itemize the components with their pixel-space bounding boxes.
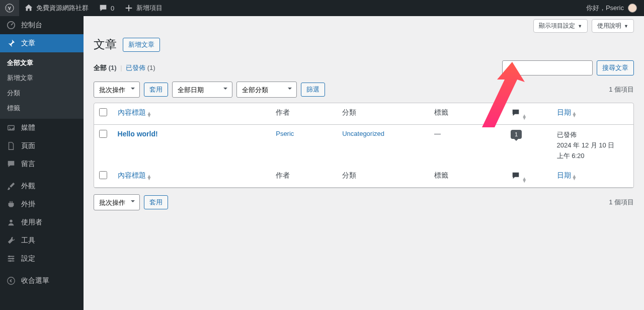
row-checkbox[interactable]: [99, 130, 107, 138]
svg-point-5: [9, 256, 11, 258]
category-filter-select[interactable]: 全部分類: [236, 82, 297, 98]
sidebar-sub-tags[interactable]: 標籤: [0, 101, 84, 116]
sort-icon: ▲▼: [147, 175, 152, 180]
sort-icon: ▲▼: [147, 112, 152, 117]
filter-published[interactable]: 已發佈 (1): [126, 64, 155, 71]
greeting: 你好，Pseric: [586, 4, 624, 13]
site-name-link[interactable]: 免費資源網路社群: [19, 0, 94, 16]
bulk-action-select-bottom[interactable]: 批次操作: [94, 194, 140, 210]
sidebar-sub-new-post[interactable]: 新增文章: [0, 70, 84, 86]
column-date[interactable]: 日期▲▼: [552, 103, 633, 125]
caret-down-icon: ▼: [578, 24, 582, 29]
help-tab[interactable]: 使用說明▼: [592, 19, 634, 33]
page-title: 文章: [94, 37, 117, 52]
comment-icon: [511, 108, 521, 117]
new-item-link[interactable]: 新增項目: [119, 0, 168, 16]
brush-icon: [6, 181, 16, 191]
column-title[interactable]: 內容標題▲▼: [113, 103, 271, 125]
sidebar-tools[interactable]: 工具: [0, 231, 84, 250]
comments-link[interactable]: 0: [94, 0, 119, 16]
column-date-foot[interactable]: 日期▲▼: [552, 166, 633, 188]
filter-all[interactable]: 全部 (1): [94, 64, 117, 71]
sidebar-collapse[interactable]: 收合選單: [0, 272, 84, 290]
page-icon: [6, 141, 16, 151]
sort-icon: ▲▼: [522, 114, 527, 119]
sidebar-pages[interactable]: 頁面: [0, 137, 84, 155]
column-tags-foot: 標籤: [429, 166, 506, 188]
sidebar-posts-submenu: 全部文章 新增文章 分類 標籤: [0, 52, 84, 119]
column-categories: 分類: [337, 103, 429, 125]
date-filter-select[interactable]: 全部日期: [172, 82, 232, 98]
sidebar-posts[interactable]: 文章: [0, 34, 84, 52]
select-all-bottom[interactable]: [99, 171, 107, 179]
wordpress-icon: [5, 4, 14, 13]
add-new-button[interactable]: 新增文章: [123, 38, 160, 52]
search-input[interactable]: [502, 60, 593, 75]
posts-table: 內容標題▲▼ 作者 分類 標籤 ▲▼ 日期▲▼ Hello world! Pse…: [94, 103, 634, 188]
table-row: Hello world! Pseric Uncategorized — 1 已發…: [94, 125, 633, 166]
svg-point-7: [9, 260, 11, 262]
comments-count: 0: [111, 5, 114, 12]
svg-point-4: [10, 220, 12, 222]
site-name: 免費資源網路社群: [36, 4, 89, 13]
column-comments[interactable]: ▲▼: [506, 103, 551, 125]
column-author: 作者: [271, 103, 337, 125]
column-comments-foot[interactable]: ▲▼: [506, 166, 551, 188]
sidebar-users-label: 使用者: [21, 218, 42, 227]
search-button[interactable]: 搜尋文章: [597, 60, 634, 75]
sidebar-appearance[interactable]: 外觀: [0, 177, 84, 195]
sidebar-comments-label: 留言: [21, 160, 35, 169]
post-author-link[interactable]: Pseric: [276, 130, 294, 137]
filter-button[interactable]: 篩選: [301, 83, 325, 97]
sidebar-pages-label: 頁面: [21, 141, 35, 150]
sliders-icon: [6, 254, 16, 264]
post-date: 已發佈 2024 年 12 月 10 日 上午 6:20: [552, 125, 633, 166]
svg-point-6: [12, 258, 14, 260]
column-title-foot[interactable]: 內容標題▲▼: [113, 166, 271, 188]
sort-icon: ▲▼: [572, 175, 577, 180]
admin-bar: 免費資源網路社群 0 新增項目 你好，Pseric: [0, 0, 644, 16]
sidebar-sub-all-posts[interactable]: 全部文章: [0, 55, 84, 70]
svg-point-3: [9, 127, 10, 128]
main-content: 顯示項目設定▼ 使用說明▼ 文章 新增文章 全部 (1) | 已發佈 (1) 搜…: [84, 16, 644, 310]
sidebar-collapse-label: 收合選單: [21, 276, 49, 285]
svg-point-8: [8, 277, 15, 284]
plus-icon: [124, 4, 133, 13]
plugin-icon: [6, 199, 16, 209]
sidebar-plugins[interactable]: 外掛: [0, 195, 84, 213]
admin-sidebar: 控制台 文章 全部文章 新增文章 分類 標籤 媒體 頁面 留言 外觀 外掛 使用…: [0, 16, 84, 310]
new-item-label: 新增項目: [136, 4, 163, 13]
apply-button-top[interactable]: 套用: [144, 83, 168, 97]
sidebar-tools-label: 工具: [21, 236, 35, 245]
comment-icon: [6, 159, 16, 169]
sidebar-media[interactable]: 媒體: [0, 119, 84, 137]
item-count-top: 1 個項目: [609, 85, 634, 94]
screen-meta: 顯示項目設定▼ 使用說明▼: [94, 16, 634, 33]
admin-bar-left: 免費資源網路社群 0 新增項目: [0, 0, 168, 16]
sidebar-users[interactable]: 使用者: [0, 213, 84, 231]
sidebar-comments[interactable]: 留言: [0, 155, 84, 173]
comment-count-bubble[interactable]: 1: [511, 130, 522, 139]
sort-icon: ▲▼: [522, 177, 527, 182]
sidebar-appearance-label: 外觀: [21, 182, 35, 191]
select-all-top[interactable]: [99, 108, 107, 116]
column-tags: 標籤: [429, 103, 506, 125]
status-filters: 全部 (1) | 已發佈 (1): [94, 63, 155, 72]
media-icon: [6, 123, 16, 133]
column-author-foot: 作者: [271, 166, 337, 188]
apply-button-bottom[interactable]: 套用: [144, 195, 168, 209]
screen-options-tab[interactable]: 顯示項目設定▼: [533, 19, 588, 33]
post-tags: —: [429, 125, 506, 166]
sidebar-settings[interactable]: 設定: [0, 250, 84, 268]
post-category-link[interactable]: Uncategorized: [342, 130, 384, 137]
admin-bar-right[interactable]: 你好，Pseric: [586, 4, 640, 13]
avatar: [628, 4, 637, 13]
home-icon: [24, 4, 33, 13]
wp-logo[interactable]: [0, 0, 19, 16]
bulk-action-select[interactable]: 批次操作: [94, 82, 140, 98]
sidebar-media-label: 媒體: [21, 123, 35, 132]
sidebar-dashboard[interactable]: 控制台: [0, 16, 84, 34]
sidebar-sub-categories[interactable]: 分類: [0, 86, 84, 101]
post-title-link[interactable]: Hello world!: [118, 130, 158, 138]
dashboard-icon: [6, 20, 16, 30]
